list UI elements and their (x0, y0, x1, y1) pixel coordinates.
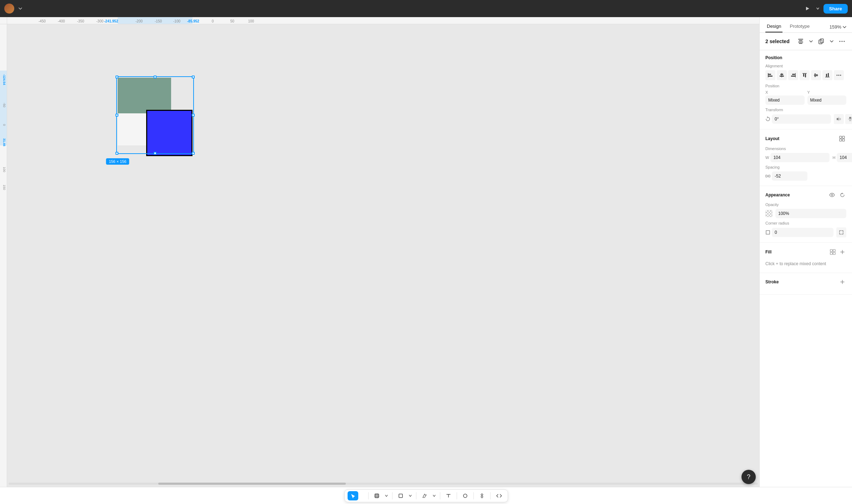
shape-white-rect[interactable] (118, 113, 150, 145)
toolbar-divider-1 (368, 492, 369, 499)
chevron-icon-btn[interactable] (808, 39, 814, 44)
y-input[interactable] (807, 96, 847, 105)
avatar[interactable] (4, 4, 14, 14)
code-tool-btn[interactable] (493, 491, 505, 500)
svg-point-7 (842, 41, 843, 42)
user-menu-chevron[interactable] (17, 7, 24, 10)
help-button[interactable]: ? (741, 470, 756, 484)
svg-rect-9 (768, 74, 771, 75)
x-input[interactable] (765, 96, 805, 105)
h-label: H (832, 155, 835, 160)
component-tool-btn[interactable] (477, 491, 487, 500)
transform-label: Transform (765, 108, 846, 112)
svg-rect-37 (842, 136, 845, 138)
pen-tool-dropdown[interactable] (431, 494, 437, 498)
align-left-btn[interactable] (765, 70, 775, 80)
align-center-h-btn[interactable] (777, 70, 787, 80)
svg-point-6 (840, 41, 841, 42)
svg-rect-30 (837, 118, 838, 120)
frame-tool-btn[interactable] (371, 491, 382, 500)
svg-point-8 (844, 41, 845, 42)
align-middle-btn[interactable] (811, 70, 821, 80)
right-panel: Design Prototype 159% 2 selected (759, 17, 852, 487)
ellipse-tool-btn[interactable] (460, 491, 471, 500)
corner-label: Corner radius (765, 221, 846, 225)
tab-prototype[interactable]: Prototype (788, 21, 811, 32)
opacity-input[interactable] (775, 209, 846, 218)
more-align-btn[interactable] (834, 70, 844, 80)
reset-btn[interactable] (838, 191, 846, 199)
transform-row (765, 114, 846, 124)
svg-rect-18 (803, 74, 804, 77)
svg-rect-0 (798, 39, 803, 40)
toolbar-divider-6 (473, 492, 474, 499)
fill-add-btn[interactable] (838, 248, 846, 256)
svg-rect-47 (833, 250, 835, 252)
align-top-btn[interactable] (800, 70, 810, 80)
play-dropdown-button[interactable] (815, 7, 821, 10)
svg-point-60 (463, 494, 467, 498)
svg-rect-16 (791, 76, 795, 77)
position-section: Position Alignment (760, 50, 852, 129)
stroke-add-btn[interactable] (838, 278, 846, 286)
height-input[interactable] (837, 153, 852, 162)
flip-horizontal-btn[interactable] (834, 114, 844, 124)
svg-rect-36 (840, 136, 842, 138)
expand-corners-btn[interactable] (836, 227, 846, 237)
handle-bl[interactable] (116, 152, 118, 155)
copy-chevron-btn[interactable] (828, 39, 835, 44)
fill-mixed-text: Click + to replace mixed content (765, 260, 846, 268)
play-button[interactable] (802, 4, 812, 13)
svg-rect-24 (826, 74, 827, 77)
svg-rect-49 (833, 252, 835, 254)
select-tool-btn[interactable] (348, 491, 358, 500)
appearance-section: Appearance Opacity Corner radius (760, 186, 852, 243)
svg-rect-38 (840, 139, 842, 141)
pen-tool-btn[interactable] (419, 491, 430, 500)
canvas-area[interactable]: -241.952 -450 -400 -350 -300 -200 -150 -… (0, 17, 759, 487)
text-tool-btn[interactable] (443, 491, 454, 500)
y-field-group: Y (807, 90, 847, 105)
stroke-section: Stroke (760, 273, 852, 295)
canvas-scrollbar[interactable] (7, 483, 759, 485)
svg-rect-33 (849, 117, 851, 119)
alignment-buttons (765, 70, 846, 80)
svg-rect-31 (839, 118, 841, 120)
spacing-input[interactable] (772, 171, 807, 181)
toolbar-divider-4 (440, 492, 440, 499)
fill-section-header: Fill (765, 248, 846, 256)
visibility-btn[interactable] (828, 191, 836, 199)
spacing-row (765, 171, 846, 181)
svg-rect-39 (842, 139, 845, 141)
align-right-btn[interactable] (788, 70, 798, 80)
layout-section: Layout Dimensions W H (760, 129, 852, 186)
layout-title: Layout (765, 136, 779, 141)
more-options-btn[interactable] (838, 39, 846, 43)
svg-rect-3 (799, 43, 802, 44)
opacity-swatch[interactable] (765, 210, 773, 217)
select-tool-dropdown[interactable] (360, 494, 365, 498)
svg-rect-45 (766, 231, 770, 234)
panel-tabs: Design Prototype 159% (760, 17, 852, 33)
canvas[interactable]: 156 × 156 (7, 24, 759, 480)
rect-tool-dropdown[interactable] (407, 494, 413, 498)
width-input[interactable] (770, 153, 830, 162)
frame-tool-dropdown[interactable] (384, 494, 389, 498)
selected-count-label: 2 selected (765, 38, 794, 44)
rotation-input[interactable] (772, 114, 831, 124)
svg-rect-20 (802, 73, 807, 74)
share-button[interactable]: Share (823, 4, 848, 14)
fill-grid-btn[interactable] (828, 248, 837, 256)
zoom-control[interactable]: 159% (830, 24, 846, 30)
shape-blue-rect[interactable] (146, 110, 193, 156)
handle-tr[interactable] (192, 76, 195, 78)
flip-vertical-btn[interactable] (845, 114, 852, 124)
copy-icon-btn[interactable] (817, 37, 826, 46)
align-bottom-btn[interactable] (822, 70, 832, 80)
rect-tool-btn[interactable] (395, 491, 406, 500)
svg-rect-48 (830, 252, 832, 254)
tab-design[interactable]: Design (765, 21, 782, 32)
corner-input[interactable] (772, 228, 833, 237)
align-icon-btn[interactable] (796, 37, 805, 46)
layout-icon-btn[interactable] (838, 134, 846, 143)
